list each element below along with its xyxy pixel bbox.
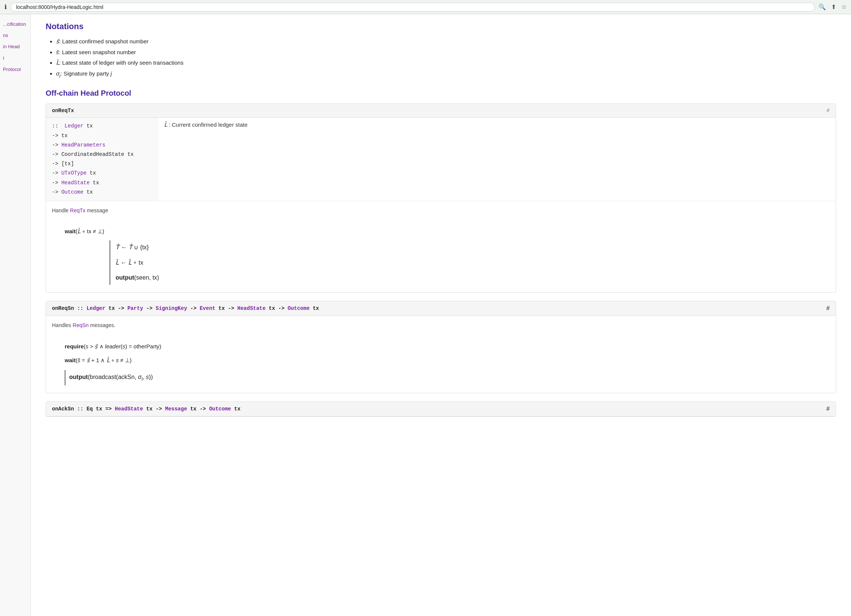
func-header-onreqtx: onReqTx # bbox=[46, 104, 836, 118]
func-block-onreqsn: onReqSn :: Ledger tx -> Party -> Signing… bbox=[46, 301, 836, 393]
reqsn-link: ReqSn bbox=[72, 322, 89, 328]
func-sig-onacksn: onAckSn :: Eq tx => HeadState tx -> Mess… bbox=[52, 406, 241, 412]
type-line: -> CoordinatedHeadState tx bbox=[52, 150, 152, 159]
math-output-onreqsn: output(broadcast(ackSn, σi, s)) bbox=[65, 370, 153, 385]
sidebar-item-protocol[interactable]: Protocol bbox=[0, 64, 30, 75]
func-sig-onreqsn: onReqSn :: Ledger tx -> Party -> Signing… bbox=[52, 305, 319, 311]
type-line: :: Ledger tx bbox=[52, 122, 152, 131]
list-item: ŝ: Latest seen snapshot number bbox=[56, 48, 836, 57]
annotation-text: Handle ReqTx message bbox=[52, 206, 830, 215]
url-bar[interactable]: localhost:8000/Hydra-HeadLogic.html bbox=[11, 3, 815, 12]
type-line: -> Outcome tx bbox=[52, 188, 152, 197]
math-output-line: output(broadcast(ackSn, σi, s)) bbox=[69, 370, 153, 385]
notations-title: Notations bbox=[46, 22, 836, 32]
list-item: s̄: Latest confirmed snapshot number bbox=[56, 38, 836, 46]
type-line: -> UTxOType tx bbox=[52, 168, 152, 178]
math-rules: T̂ ← T̂ ∪ {tx} L̂ ← L̂ ∘ tx output(seen,… bbox=[110, 240, 817, 285]
sidebar-item-notations[interactable]: ns bbox=[0, 30, 30, 41]
sidebar: ...cification ns in Head l Protocol bbox=[0, 14, 31, 616]
reqtx-link: ReqTx bbox=[70, 207, 85, 213]
type-line: -> HeadParameters bbox=[52, 141, 152, 150]
search-icon[interactable]: 🔍 bbox=[818, 3, 826, 11]
browser-bar: ℹ localhost:8000/Hydra-HeadLogic.html 🔍 … bbox=[0, 0, 851, 14]
right-note: L̂ : Current confirmed ledger state bbox=[164, 122, 830, 128]
func-header-onreqsn: onReqSn :: Ledger tx -> Party -> Signing… bbox=[46, 301, 836, 316]
notation-list: s̄: Latest confirmed snapshot number ŝ: … bbox=[56, 38, 836, 78]
math-require: require(s > s̄ ∧ leader(s) = otherParty) bbox=[65, 340, 817, 353]
func-body-onreqsn: Handles ReqSn messages. require(s > s̄ ∧… bbox=[46, 316, 836, 392]
browser-icons: 🔍 ⬆ ☆ bbox=[818, 3, 846, 11]
hash-link-onacksn[interactable]: # bbox=[826, 406, 830, 412]
func-body-onreqtx: :: Ledger tx -> tx -> HeadParameters -> … bbox=[46, 118, 836, 292]
list-item: σj: Signature by party j bbox=[56, 69, 836, 79]
func-name-onreqtx: onReqTx bbox=[52, 108, 74, 114]
star-icon[interactable]: ☆ bbox=[841, 3, 846, 11]
math-rule-3: output(seen, tx) bbox=[116, 270, 817, 285]
hash-link-onreqsn[interactable]: # bbox=[826, 305, 830, 312]
type-sig-left: :: Ledger tx -> tx -> HeadParameters -> … bbox=[46, 118, 158, 201]
sidebar-item-specification[interactable]: ...cification bbox=[0, 19, 30, 30]
share-icon[interactable]: ⬆ bbox=[831, 3, 836, 11]
offchain-title: Off-chain Head Protocol bbox=[46, 89, 836, 98]
annotation-text-onreqsn: Handles ReqSn messages. bbox=[52, 321, 830, 329]
info-icon: ℹ bbox=[5, 3, 7, 11]
list-item: L̂: Latest state of ledger with only see… bbox=[56, 59, 836, 67]
type-line: -> [tx] bbox=[52, 159, 152, 168]
func-block-onacksn: onAckSn :: Eq tx => HeadState tx -> Mess… bbox=[46, 401, 836, 417]
func-block-onreqtx: onReqTx # :: Ledger tx -> tx -> HeadPara… bbox=[46, 104, 836, 293]
math-block-onreqtx: wait(L̂ ∘ tx ≠ ⊥) T̂ ← T̂ ∪ {tx} L̂ ← L̂… bbox=[46, 220, 836, 292]
url-text: localhost:8000/Hydra-HeadLogic.html bbox=[16, 4, 103, 10]
annotation-area-onreqtx: Handle ReqTx message bbox=[46, 201, 836, 220]
math-rule-1: T̂ ← T̂ ∪ {tx} bbox=[116, 240, 817, 255]
type-sig-area: :: Ledger tx -> tx -> HeadParameters -> … bbox=[46, 118, 836, 201]
math-condition: wait(L̂ ∘ tx ≠ ⊥) bbox=[65, 225, 817, 237]
type-line: -> tx bbox=[52, 131, 152, 141]
annotation-area-onreqsn: Handles ReqSn messages. bbox=[46, 316, 836, 335]
math-block-onreqsn: require(s > s̄ ∧ leader(s) = otherParty)… bbox=[46, 335, 836, 393]
type-line: -> HeadState tx bbox=[52, 178, 152, 188]
main-content: Notations s̄: Latest confirmed snapshot … bbox=[31, 14, 851, 616]
sidebar-item-in-head[interactable]: in Head bbox=[0, 41, 30, 52]
math-rule-2: L̂ ← L̂ ∘ tx bbox=[116, 256, 817, 270]
sidebar-item-label[interactable]: l bbox=[0, 53, 30, 64]
type-sig-right: L̂ : Current confirmed ledger state bbox=[158, 118, 836, 201]
hash-link-onreqtx[interactable]: # bbox=[827, 108, 830, 114]
func-header-onacksn: onAckSn :: Eq tx => HeadState tx -> Mess… bbox=[46, 402, 836, 416]
math-wait-onreqsn: wait(ŝ = s̄ + 1 ∧ L̂ ∘ s ≠ ⊥) bbox=[65, 354, 817, 366]
